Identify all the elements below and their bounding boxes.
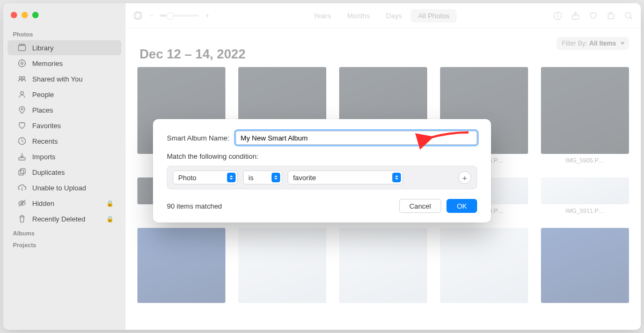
sidebar-item-favorites[interactable]: Favorites [8, 118, 121, 133]
sidebar-item-label: Recents [32, 137, 114, 145]
memories-icon [17, 58, 27, 68]
sidebar-item-label: Imports [32, 153, 114, 161]
lock-icon: 🔒 [106, 200, 114, 207]
zoom-window-button[interactable] [32, 12, 39, 18]
sidebar-item-people[interactable]: People [8, 87, 121, 102]
places-icon [17, 105, 27, 115]
smart-album-dialog: Smart Album Name: Match the following co… [153, 119, 491, 223]
sidebar-section-title: Projects [3, 239, 126, 250]
popup-arrows-icon [272, 173, 280, 182]
criteria-object-popup[interactable]: favorite [288, 171, 403, 184]
sidebar-item-label: Duplicates [32, 168, 114, 176]
sidebar-item-unable-to-upload[interactable]: Unable to Upload [8, 180, 121, 195]
sidebar-item-memories[interactable]: Memories [8, 56, 121, 71]
close-window-button[interactable] [11, 12, 17, 18]
sidebar-item-hidden[interactable]: Hidden🔒 [8, 196, 121, 211]
svg-point-11 [21, 108, 23, 110]
sidebar-item-label: Unable to Upload [32, 184, 114, 192]
svg-point-2 [19, 60, 26, 67]
favorites-icon [17, 121, 27, 130]
sidebar-item-recents[interactable]: Recents [8, 134, 121, 149]
add-criteria-button[interactable]: + [458, 171, 471, 184]
svg-rect-13 [19, 158, 25, 160]
sidebar-item-label: Memories [32, 60, 114, 68]
sidebar-item-label: Hidden [32, 199, 101, 208]
album-name-input[interactable] [236, 131, 477, 145]
svg-point-17 [21, 189, 22, 190]
svg-point-9 [23, 77, 25, 79]
sidebar-item-duplicates[interactable]: Duplicates [8, 165, 121, 180]
svg-rect-15 [20, 169, 25, 174]
criteria-row: Photo is favorite + [167, 166, 477, 189]
svg-rect-0 [19, 46, 26, 51]
sidebar-item-label: Favorites [32, 122, 114, 130]
imports-icon [17, 152, 27, 161]
svg-rect-14 [19, 171, 24, 175]
popup-arrows-icon [392, 173, 401, 182]
sidebar-item-label: Shared with You [32, 75, 114, 83]
condition-label: Match the following condition: [167, 152, 477, 160]
sidebar-item-shared-with-you[interactable]: Shared with You [8, 71, 121, 86]
criteria-verb-popup[interactable]: is [243, 171, 282, 184]
sidebar-item-recently-deleted[interactable]: Recently Deleted🔒 [8, 211, 121, 226]
ok-button[interactable]: OK [447, 199, 477, 213]
sidebar-item-library[interactable]: Library [8, 40, 121, 55]
sidebar-item-label: People [32, 91, 114, 99]
svg-rect-1 [19, 45, 25, 46]
cancel-button[interactable]: Cancel [399, 199, 441, 213]
minimize-window-button[interactable] [21, 12, 28, 18]
popup-arrows-icon [227, 173, 236, 182]
criteria-subject-popup[interactable]: Photo [173, 171, 238, 184]
sidebar: PhotosLibraryMemoriesShared with YouPeop… [3, 3, 126, 330]
people-icon [17, 90, 27, 99]
trash-icon [17, 214, 27, 224]
window-controls [3, 8, 126, 28]
recents-icon [17, 136, 27, 146]
hidden-icon [17, 198, 27, 208]
sidebar-item-label: Recently Deleted [32, 215, 101, 223]
album-name-label: Smart Album Name: [167, 134, 229, 142]
lock-icon: 🔒 [106, 216, 114, 223]
sidebar-section-title: Photos [3, 28, 126, 40]
library-icon [17, 43, 27, 53]
sidebar-item-imports[interactable]: Imports [8, 149, 121, 164]
svg-point-8 [19, 77, 22, 79]
sidebar-item-places[interactable]: Places [8, 102, 121, 117]
items-matched-label: 90 items matched [167, 202, 222, 210]
sidebar-section-title: Albums [3, 227, 126, 239]
sidebar-item-label: Places [32, 106, 114, 114]
unable-icon [17, 183, 27, 193]
duplicates-icon [17, 167, 27, 177]
svg-point-10 [20, 92, 23, 94]
shared-icon [17, 74, 27, 84]
svg-point-3 [21, 62, 23, 64]
sidebar-item-label: Library [32, 44, 114, 52]
